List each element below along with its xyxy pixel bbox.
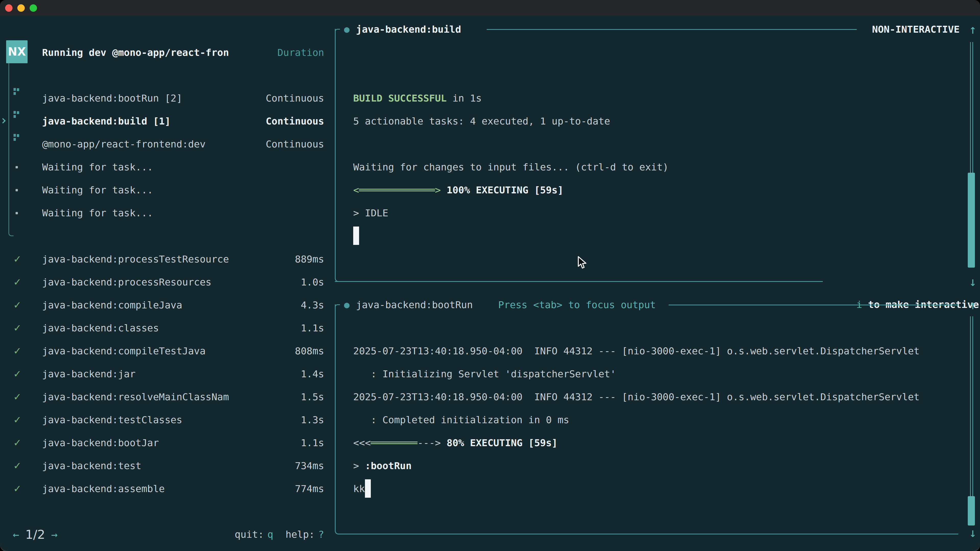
scroll-up-icon[interactable]: ↑ (965, 18, 980, 41)
log-lines: 2025-07-23T13:40:18.950-04:00 INFO 44312… (353, 340, 920, 431)
pending-task-row[interactable]: Waiting for task... (0, 202, 324, 224)
running-task-list: java-backend:bootRun [2] Continuous java… (0, 87, 324, 156)
check-icon (13, 431, 21, 454)
task-name: java-backend:bootJar (42, 431, 159, 454)
minimize-window-button[interactable] (18, 4, 25, 12)
spinner-icon (14, 88, 19, 95)
completed-task-row[interactable]: java-backend:bootJar 1.1s (0, 431, 324, 454)
help-hint-label: help: (286, 529, 315, 540)
running-task-row[interactable]: java-backend:build [1] Continuous (0, 110, 324, 133)
pending-task-list: Waiting for task... Waiting for task... … (0, 156, 324, 224)
completed-task-list: java-backend:processTestResource 889ms j… (0, 248, 324, 500)
sidebar-header: Running dev @mono-app/react-fron Duratio… (0, 41, 324, 64)
completed-task-row[interactable]: java-backend:testClasses 1.3s (0, 408, 324, 431)
completed-task-row[interactable]: java-backend:classes 1.1s (0, 317, 324, 340)
bootrun-progress-suffix: ---> (417, 437, 441, 448)
completed-task-row[interactable]: java-backend:compileTestJava 808ms (0, 340, 324, 362)
duration-column-header: Duration (277, 41, 324, 64)
task-name: java-backend:build [1] (42, 110, 170, 133)
log-line: 2025-07-23T13:40:18.950-04:00 INFO 44312… (353, 340, 920, 362)
running-task-row[interactable]: java-backend:bootRun [2] Continuous (0, 87, 324, 110)
running-task-row[interactable]: @mono-app/react-frontend:dev Continuous (0, 133, 324, 156)
selected-chevron-icon (0, 118, 6, 124)
bootrun-panel-output: 2025-07-23T13:40:18.950-04:00 INFO 44312… (353, 340, 920, 500)
task-name: @mono-app/react-frontend:dev (42, 133, 206, 156)
tasks-summary-line: 5 actionable tasks: 4 executed, 1 up-to-… (353, 110, 668, 133)
spinner-icon (14, 111, 19, 118)
build-panel-header-rule (487, 29, 857, 30)
spinner-icon (14, 134, 19, 141)
typed-input: kk (353, 483, 365, 494)
close-window-button[interactable] (5, 4, 13, 12)
build-panel-output: BUILD SUCCESSFUL in 1s 5 actionable task… (353, 87, 668, 248)
task-name: java-backend:processResources (42, 271, 211, 294)
task-bullet-icon: ● (344, 293, 350, 316)
task-duration: 1.5s (301, 386, 324, 408)
make-interactive-hint: i to make interactive (833, 270, 979, 293)
non-interactive-badge: NON-INTERACTIVE (872, 18, 959, 41)
pending-bullet-icon (16, 189, 18, 191)
build-panel-title: java-backend:build (356, 18, 461, 41)
completed-task-row[interactable]: java-backend:assemble 774ms (0, 477, 324, 500)
gradle-progress-bar: <═════════════> (353, 184, 441, 196)
completed-task-row[interactable]: java-backend:jar 1.4s (0, 362, 324, 386)
check-icon (13, 386, 21, 408)
task-duration: 1.0s (301, 271, 324, 294)
scroll-down-icon[interactable]: ↓ (965, 521, 980, 544)
scrollbar-track[interactable] (970, 316, 973, 496)
completed-task-row[interactable]: java-backend:processResources 1.0s (0, 271, 324, 294)
check-icon (13, 362, 21, 386)
task-duration: 808ms (295, 340, 324, 362)
pending-task-label: Waiting for task... (42, 156, 153, 179)
check-icon (13, 477, 21, 500)
check-icon (13, 454, 21, 477)
terminal-cursor[interactable] (353, 227, 359, 245)
bootrun-progress-bar: ════════ (371, 437, 417, 448)
bootrun-panel-header-rule (669, 305, 958, 305)
scrollbar-thumb[interactable] (968, 173, 975, 268)
pending-task-row[interactable]: Waiting for task... (0, 179, 324, 202)
task-name: java-backend:assemble (42, 477, 165, 500)
focus-output-hint: Press <tab> to focus output (498, 293, 656, 316)
pending-task-row[interactable]: Waiting for task... (0, 156, 324, 179)
bootrun-progress-prefix: <<< (353, 437, 371, 448)
help-key: ? (318, 529, 324, 540)
scroll-up-icon[interactable]: ↑ (965, 293, 980, 316)
gradle-progress-status: 100% EXECUTING [59s] (441, 184, 563, 196)
task-duration: 1.1s (301, 317, 324, 340)
waiting-for-changes-line: Waiting for changes to input files... (c… (353, 156, 668, 179)
completed-task-row[interactable]: java-backend:processTestResource 889ms (0, 248, 324, 271)
task-duration: 774ms (295, 477, 324, 500)
pending-task-label: Waiting for task... (42, 179, 153, 202)
window-titlebar (0, 0, 980, 16)
pending-bullet-icon (16, 166, 18, 168)
log-line: : Completed initialization in 0 ms (353, 408, 920, 431)
idle-line: > IDLE (353, 202, 668, 224)
check-icon (13, 317, 21, 340)
quit-key: q (267, 529, 273, 540)
log-line: : Initializing Servlet 'dispatcherServle… (353, 362, 920, 386)
build-success-text: BUILD SUCCESSFUL (353, 93, 447, 104)
quit-hint-label: quit: (234, 529, 264, 540)
task-duration: Continuous (266, 87, 324, 110)
mouse-cursor (577, 256, 587, 270)
check-icon (13, 408, 21, 431)
terminal-input-line[interactable]: kk (353, 477, 920, 500)
zoom-window-button[interactable] (30, 4, 37, 12)
task-name: java-backend:testClasses (42, 408, 182, 431)
terminal-cursor[interactable] (365, 479, 371, 498)
completed-task-row[interactable]: java-backend:test 734ms (0, 454, 324, 477)
panel-divider-rule (335, 281, 823, 282)
check-icon (13, 248, 21, 271)
bootrun-panel-title: java-backend:bootRun (356, 293, 473, 316)
scrollbar-track[interactable] (970, 42, 973, 173)
task-name: java-backend:test (42, 454, 142, 477)
pending-bullet-icon (16, 212, 18, 214)
pending-task-label: Waiting for task... (42, 202, 153, 224)
completed-task-row[interactable]: java-backend:resolveMainClassNam 1.5s (0, 386, 324, 408)
task-name: java-backend:processTestResource (42, 248, 229, 271)
task-duration: 889ms (295, 248, 324, 271)
log-line: 2025-07-23T13:40:18.950-04:00 INFO 44312… (353, 386, 920, 408)
task-duration: 1.4s (301, 362, 324, 386)
task-name: java-backend:compileTestJava (42, 340, 206, 362)
